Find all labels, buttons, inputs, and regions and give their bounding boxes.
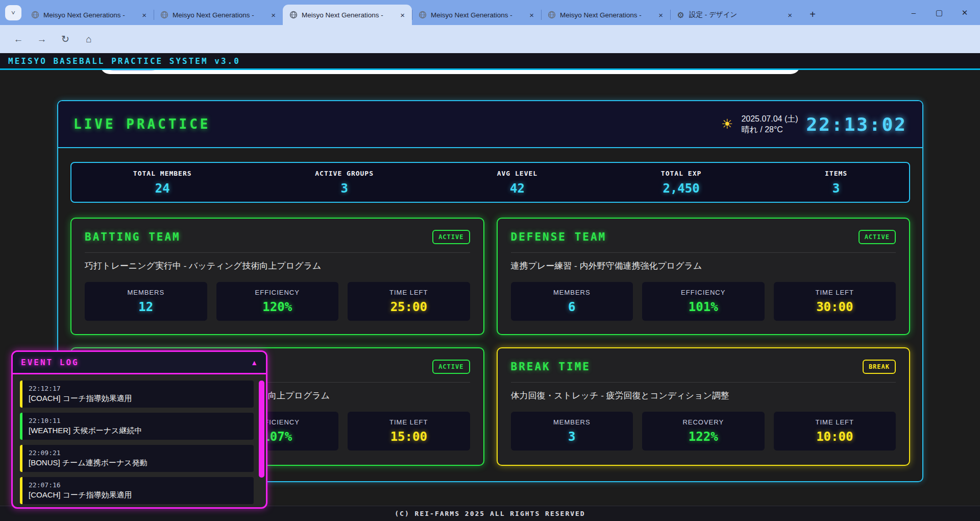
browser-tab-1[interactable]: Meisyo Next Generations - × [24, 5, 154, 25]
recovery-box: RECOVERY 122% [642, 412, 765, 451]
browser-tab-3-active[interactable]: Meisyo Next Generations - × [283, 5, 412, 25]
scrollbar-thumb[interactable] [259, 381, 264, 478]
log-entry: 22:12:17 [COACH] コーチ指導効果適用 [20, 381, 254, 408]
event-log-header[interactable]: EVENT LOG ▲ [13, 352, 266, 374]
minimize-button[interactable]: – [909, 8, 919, 17]
card-defense-team: DEFENSE TEAM ACTIVE 連携プレー練習 - 内外野守備連携強化プ… [497, 218, 911, 335]
tab-list: Meisyo Next Generations - × Meisyo Next … [24, 5, 799, 25]
event-log-title: EVENT LOG [21, 358, 79, 367]
status-badge: ACTIVE [859, 230, 896, 244]
close-button[interactable]: ✕ [960, 8, 970, 17]
members-box: MEMBERS 3 [511, 412, 633, 451]
browser-tab-2[interactable]: Meisyo Next Generations - × [154, 5, 283, 25]
globe-favicon [418, 11, 427, 19]
card-title: BATTING TEAM [85, 231, 181, 243]
event-log-list[interactable]: 22:12:17 [COACH] コーチ指導効果適用 22:10:11 [WEA… [13, 374, 266, 509]
browser-tab-4[interactable]: Meisyo Next Generations - × [412, 5, 541, 25]
reload-icon[interactable]: ↻ [58, 32, 72, 46]
time-left-box: TIME LEFT 30:00 [774, 282, 896, 321]
log-entry: 22:10:11 [WEATHER] 天候ボーナス継続中 [20, 413, 254, 440]
tab-title: 設定 - デザイン [689, 10, 781, 19]
divider [511, 382, 896, 383]
home-icon[interactable]: ⌂ [82, 32, 96, 46]
status-badge: ACTIVE [432, 230, 470, 244]
card-title: BREAK TIME [511, 361, 591, 373]
time-left-box: TIME LEFT 10:00 [774, 412, 896, 451]
log-entry: 22:09:21 [BONUS] チーム連携ボーナス発動 [20, 445, 254, 472]
status-badge: BREAK [863, 360, 896, 374]
browser-tab-strip: ˅ Meisyo Next Generations - × Meisyo Nex… [0, 0, 980, 25]
dashboard-header: LIVE PRACTICE ☀ 2025.07.04 (土) 晴れ / 28°C… [58, 101, 922, 148]
tab-close-icon[interactable]: × [786, 11, 794, 19]
tab-title: Meisyo Next Generations - [173, 11, 265, 19]
forward-icon[interactable]: → [35, 32, 49, 46]
weather-text: 晴れ / 28°C [741, 124, 798, 135]
card-description: 巧打トレーニング実行中 - バッティング技術向上プログラム [85, 260, 470, 272]
page-title: LIVE PRACTICE [74, 116, 211, 132]
card-description: 連携プレー練習 - 内外野守備連携強化プログラム [511, 260, 896, 272]
status-badge: ACTIVE [432, 360, 470, 374]
divider [511, 252, 896, 253]
browser-toolbar: ← → ↻ ⌂ ⓘ ファイル G:/マイドライブ/job/meisyo/meis… [0, 25, 980, 53]
maximize-button[interactable]: ▢ [934, 8, 944, 17]
gear-icon: ⚙ [676, 11, 685, 19]
stat-active-groups: ACTIVE GROUPS 3 [315, 170, 374, 196]
tab-search-button[interactable]: ˅ [5, 5, 21, 20]
members-box: MEMBERS 6 [511, 282, 633, 321]
tab-close-icon[interactable]: × [527, 11, 536, 19]
collapse-triangle-icon[interactable]: ▲ [251, 359, 258, 367]
card-batting-team: BATTING TEAM ACTIVE 巧打トレーニング実行中 - バッティング… [70, 218, 484, 335]
tab-title: Meisyo Next Generations - [431, 11, 523, 19]
new-tab-button[interactable]: + [805, 7, 820, 21]
digital-clock: 22:13:02 [806, 114, 907, 135]
log-entry: 22:07:16 [COACH] コーチ指導効果適用 [20, 477, 254, 504]
browser-tab-5[interactable]: Meisyo Next Generations - × [541, 5, 670, 25]
copyright-text: (C) REI-FARMS 2025 ALL RIGHTS RESERVED [395, 510, 585, 517]
card-title: DEFENSE TEAM [511, 231, 607, 243]
time-left-box: TIME LEFT 25:00 [348, 282, 470, 321]
back-icon[interactable]: ← [11, 32, 26, 46]
sun-weather-icon: ☀ [721, 117, 733, 131]
time-left-box: TIME LEFT 15:00 [348, 412, 470, 451]
globe-favicon [160, 11, 168, 19]
tab-title: Meisyo Next Generations - [560, 11, 652, 19]
globe-favicon [547, 11, 556, 19]
tab-close-icon[interactable]: × [398, 11, 407, 19]
stat-total-members: TOTAL MEMBERS 24 [133, 170, 192, 196]
card-break-time: BREAK TIME BREAK 体力回復・ストレッチ - 疲労回復とコンディシ… [497, 347, 911, 466]
app-header: MEISYO BASEBALL PRACTICE SYSTEM v3.0 [0, 53, 980, 70]
efficiency-box: EFFICIENCY 120% [216, 282, 339, 321]
stat-items: ITEMS 3 [825, 170, 847, 196]
summary-stats-bar: TOTAL MEMBERS 24 ACTIVE GROUPS 3 AVG LEV… [70, 162, 910, 203]
divider [85, 252, 470, 253]
stat-total-exp: TOTAL EXP 2,450 [661, 170, 701, 196]
date-text: 2025.07.04 (土) [741, 113, 798, 124]
event-log-panel: EVENT LOG ▲ 22:12:17 [COACH] コーチ指導効果適用 2… [11, 350, 267, 509]
tab-close-icon[interactable]: × [269, 11, 278, 19]
datetime-block: ☀ 2025.07.04 (土) 晴れ / 28°C 22:13:02 [721, 113, 907, 135]
app-title: MEISYO BASEBALL PRACTICE SYSTEM v3.0 [8, 56, 240, 66]
stat-avg-level: AVG LEVEL 42 [497, 170, 537, 196]
tab-title: Meisyo Next Generations - [43, 11, 136, 19]
members-box: MEMBERS 12 [85, 282, 207, 321]
card-description: 体力回復・ストレッチ - 疲労回復とコンディション調整 [511, 390, 896, 401]
globe-favicon [289, 11, 298, 19]
window-controls: – ▢ ✕ [909, 0, 976, 25]
browser-tab-settings[interactable]: ⚙ 設定 - デザイン × [670, 5, 799, 25]
tab-title: Meisyo Next Generations - [302, 11, 394, 19]
globe-favicon [31, 11, 39, 19]
efficiency-box: EFFICIENCY 101% [642, 282, 765, 321]
tab-close-icon[interactable]: × [140, 11, 149, 19]
tab-close-icon[interactable]: × [656, 11, 665, 19]
